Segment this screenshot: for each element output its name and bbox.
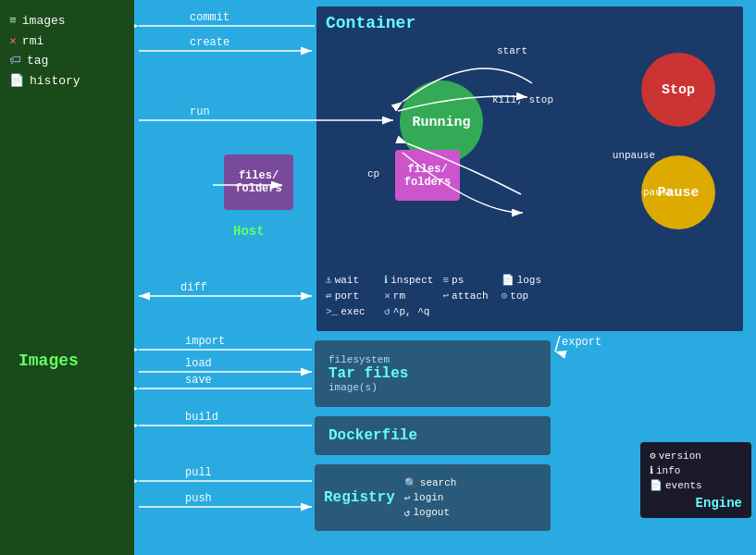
rm-icon: ✕ [384, 290, 390, 302]
svg-text:commit: commit [190, 11, 229, 24]
login-icon: ↩ [404, 492, 411, 504]
gear-icon: ⚙ [650, 450, 656, 462]
port-label: port [335, 290, 359, 302]
main-content: Container Running Stop Pause files/folde… [134, 0, 756, 555]
kill-stop-label: kill, stop [492, 94, 553, 105]
rm-label: rm [393, 290, 405, 302]
pause-label: pause [643, 187, 674, 198]
sidebar-item-rmi[interactable]: ✕ rmi [9, 33, 125, 48]
info-exec: >_ exec [326, 305, 375, 317]
svg-text:create: create [190, 36, 229, 49]
events-label: events [665, 480, 702, 491]
info-detach: ↺ ^p, ^q [384, 305, 433, 317]
host-label: Host [233, 224, 265, 239]
version-label: version [659, 450, 701, 462]
ps-label: ps [452, 275, 464, 286]
sidebar-label-images: images [22, 14, 66, 28]
search-label: search [420, 477, 457, 488]
sidebar-item-tag[interactable]: 🏷 tag [9, 54, 125, 68]
attach-icon: ↩ [442, 290, 449, 302]
exec-icon: >_ [326, 306, 338, 317]
engine-info: ℹ info [650, 464, 742, 476]
events-icon: 📄 [650, 479, 663, 491]
login-label: login [413, 492, 443, 503]
svg-text:export: export [562, 336, 601, 349]
images-section-label: Images [19, 352, 79, 370]
info-port: ⇌ port [326, 290, 375, 302]
tar-filesystem-label: filesystem [328, 354, 551, 365]
tar-images-label: image(s) [328, 382, 551, 393]
svg-text:save: save [185, 374, 212, 387]
info-circle-icon: ℹ [650, 464, 653, 476]
tar-files-box: filesystem Tar files image(s) [315, 340, 551, 407]
registry-title: Registry [324, 489, 395, 506]
tar-files-title: Tar files [328, 365, 551, 382]
files-host-box: files/folders [224, 154, 293, 210]
sidebar-label-history: history [30, 74, 81, 88]
port-icon: ⇌ [326, 290, 332, 302]
sidebar-label-rmi: rmi [22, 34, 43, 48]
stop-state: Stop [641, 53, 715, 127]
logs-label: logs [517, 275, 541, 286]
svg-text:pull: pull [185, 466, 212, 479]
dockerfile-title: Dockerfile [328, 427, 417, 444]
engine-events: 📄 events [650, 479, 742, 491]
registry-commands: 🔍 search ↩ login ↺ logout [404, 477, 457, 519]
logout-label: logout [413, 507, 450, 518]
info-icon: ℹ [384, 274, 388, 286]
registry-login: ↩ login [404, 492, 457, 504]
dockerfile-box: Dockerfile [315, 416, 551, 455]
sidebar-item-history[interactable]: 📄 history [9, 73, 125, 88]
info-logs: 📄 logs [502, 274, 551, 286]
engine-box: ⚙ version ℹ info 📄 events Engine [640, 442, 751, 518]
info-wait: ⚓ wait [326, 274, 375, 286]
files-container-box: files/folders [395, 150, 460, 201]
detach-icon: ↺ [384, 305, 390, 317]
history-icon: 📄 [9, 73, 24, 88]
registry-logout: ↺ logout [404, 507, 457, 519]
info-attach: ↩ attach [442, 290, 491, 302]
sidebar-items: ≡ images ✕ rmi 🏷 tag 📄 history [9, 14, 125, 88]
sidebar-label-tag: tag [27, 54, 48, 68]
info-ps: ≡ ps [442, 274, 491, 286]
svg-text:diff: diff [180, 281, 207, 294]
container-title: Container [326, 14, 415, 32]
anchor-icon: ⚓ [326, 274, 332, 286]
engine-version: ⚙ version [650, 450, 742, 462]
ps-icon: ≡ [442, 275, 449, 286]
info-top: ⊙ top [502, 290, 551, 302]
top-icon: ⊙ [502, 290, 508, 302]
images-icon: ≡ [9, 14, 17, 28]
wait-label: wait [335, 275, 359, 286]
info-rm: ✕ rm [384, 290, 433, 302]
registry-box: Registry 🔍 search ↩ login ↺ logout [315, 464, 551, 531]
detach-label: ^p, ^q [393, 306, 430, 317]
logout-icon: ↺ [404, 507, 411, 519]
svg-text:build: build [185, 411, 218, 424]
sidebar: ≡ images ✕ rmi 🏷 tag 📄 history Images [0, 0, 134, 555]
container-box: Container Running Stop Pause files/folde… [315, 5, 745, 333]
attach-label: attach [452, 290, 489, 302]
unpause-label: unpause [613, 150, 655, 161]
files-container-label: files/folders [404, 163, 451, 189]
info-grid: ⚓ wait ℹ inspect ≡ ps 📄 logs ⇌ port ✕ rm [326, 274, 551, 317]
files-host-label: files/folders [235, 169, 281, 195]
registry-search: 🔍 search [404, 477, 457, 489]
x-icon: ✕ [9, 33, 17, 48]
search-icon: 🔍 [404, 477, 417, 489]
logs-icon: 📄 [502, 274, 514, 286]
cp-label: cp [367, 168, 379, 179]
sidebar-item-images[interactable]: ≡ images [9, 14, 125, 28]
info-inspect: ℹ inspect [384, 274, 433, 286]
inspect-label: inspect [390, 275, 433, 286]
svg-line-20 [555, 336, 560, 352]
svg-text:push: push [185, 492, 212, 505]
svg-text:run: run [190, 105, 210, 118]
svg-text:load: load [185, 357, 212, 370]
exec-label: exec [341, 306, 365, 317]
top-label: top [510, 290, 528, 302]
engine-label: Engine [650, 496, 742, 511]
info-label: info [656, 465, 680, 476]
svg-text:import: import [185, 335, 225, 348]
tag-icon: 🏷 [9, 54, 21, 68]
